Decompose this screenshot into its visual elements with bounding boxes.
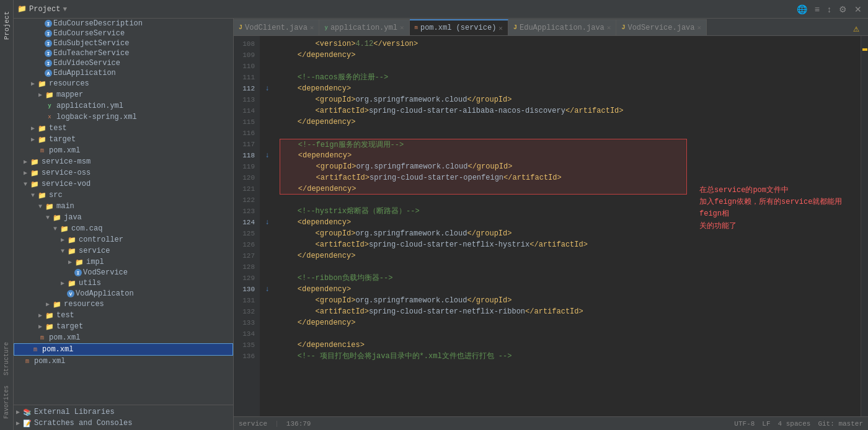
tree-item-src-vod[interactable]: ▼ 📁 src xyxy=(14,190,233,201)
tree-item-service-oss[interactable]: ▶ 📁 service-oss xyxy=(14,167,233,178)
tree-item-resources-vod[interactable]: ▶ 📁 resources xyxy=(14,299,233,310)
tree-item-main-vod[interactable]: ▼ 📁 main xyxy=(14,201,233,212)
tree-item-vod-applicaton[interactable]: V VodApplicaton xyxy=(14,289,233,299)
tab-close-pom-service[interactable]: ✕ xyxy=(498,24,503,32)
gutter-marker-124[interactable]: ↓ xyxy=(260,217,275,228)
encoding: UTF-8 xyxy=(734,420,755,428)
tree-item-edu-video-service[interactable]: I EduVideoService xyxy=(14,58,233,68)
code-line-119: <groupId>org.springframework.cloud</grou… xyxy=(280,161,687,172)
status-separator: | xyxy=(275,420,279,428)
tree-item-pom-vod[interactable]: m pom.xml xyxy=(14,332,233,343)
code-line-134 xyxy=(280,328,687,340)
line-num-114: 114 xyxy=(234,105,260,116)
toolbar-title: Project ▼ xyxy=(29,5,67,14)
error-stripe xyxy=(862,48,867,51)
code-line-125: <groupId>org.springframework.cloud</grou… xyxy=(280,228,687,239)
tree-item-mapper[interactable]: ▶ 📁 mapper xyxy=(14,89,233,100)
folder-icon: 📁 xyxy=(60,224,69,234)
tab-close-vodservice[interactable]: ✕ xyxy=(698,24,702,32)
tree-item-scratches[interactable]: ▶ 📝 Scratches and Consoles xyxy=(14,418,233,429)
folder-icon: 📁 xyxy=(52,299,62,309)
tree-item-logback[interactable]: x logback-spring.xml xyxy=(14,112,233,123)
gutter-marker-130[interactable]: ↓ xyxy=(260,284,275,295)
tree-item-service-pkg[interactable]: ▼ 📁 service xyxy=(14,245,233,257)
line-num-122: 122 xyxy=(234,195,260,206)
yaml-icon: y xyxy=(45,101,55,111)
gutter-marker-112[interactable]: ↓ xyxy=(260,83,275,94)
structure-tab[interactable]: Structure xyxy=(1,337,12,380)
tree-item-edu-course-service[interactable]: I EduCourseService xyxy=(14,29,233,38)
line-num-133: 133 xyxy=(234,317,260,328)
tree-arrow: ▼ xyxy=(43,214,52,221)
line-num-126: 126 xyxy=(234,239,260,250)
toolbar-close-btn[interactable]: ✕ xyxy=(852,4,864,15)
annotation-line3: 关的功能了 xyxy=(699,221,854,232)
editor-content[interactable]: 108 109 110 111 112 113 114 115 116 117 … xyxy=(234,36,861,416)
tree-item-impl-vod[interactable]: ▶ 📁 impl xyxy=(14,257,233,268)
tree-item-test-vod[interactable]: ▶ 📁 test xyxy=(14,310,233,321)
line-num-115: 115 xyxy=(234,116,260,128)
tab-close-eduapp[interactable]: ✕ xyxy=(607,24,611,32)
code-line-111: <!--nacos服务的注册--> xyxy=(280,72,687,83)
project-tab[interactable]: Project xyxy=(1,6,12,45)
tree-item-pom-root[interactable]: m pom.xml xyxy=(14,356,233,367)
code-line-115: </dependency> xyxy=(280,116,687,128)
tab-close-vodclient[interactable]: ✕ xyxy=(310,24,314,32)
tree-item-edu-application[interactable]: A EduApplication xyxy=(14,68,233,78)
toolbar-settings-btn[interactable]: ⚙ xyxy=(836,4,849,15)
tab-vodclient[interactable]: J VodClient.java ✕ xyxy=(234,19,319,35)
line-num-128: 128 xyxy=(234,261,260,273)
code-line-113: <groupId>org.springframework.cloud</grou… xyxy=(280,94,687,105)
line-num-119: 119 xyxy=(234,161,260,172)
tree-item-edu-teacher-service[interactable]: I EduTeacherService xyxy=(14,48,233,58)
tab-pom-service[interactable]: m pom.xml (service) ✕ xyxy=(410,19,508,35)
tree-item-resources[interactable]: ▶ 📁 resources xyxy=(14,78,233,89)
warning-icon[interactable]: ⚠ xyxy=(853,22,859,35)
toolbar-sort-btn[interactable]: ↕ xyxy=(825,4,834,15)
annotation-panel: 在总service的pom文件中 加入feign依赖，所有的service就都能… xyxy=(687,36,861,416)
code-line-131: <groupId>org.springframework.cloud</grou… xyxy=(280,295,687,306)
toolbar-list-btn[interactable]: ≡ xyxy=(812,4,822,15)
annotation-line1: 在总service的pom文件中 xyxy=(699,185,854,196)
tab-close-application[interactable]: ✕ xyxy=(400,24,404,32)
code-area[interactable]: <version>4.12</version> </dependency> < xyxy=(275,36,687,416)
tree-item-test[interactable]: ▶ 📁 test xyxy=(14,123,233,134)
tree-item-java-vod[interactable]: ▼ 📁 java xyxy=(14,212,233,223)
folder-icon: 📁 xyxy=(37,79,47,89)
tree-item-target-vod[interactable]: ▶ 📁 target xyxy=(14,321,233,332)
tree-item-utils-vod[interactable]: ▶ 📁 utils xyxy=(14,278,233,289)
java-icon: V xyxy=(67,290,74,297)
code-line-129: <!--ribbon负载均衡器--> xyxy=(280,273,687,284)
favorites-tab[interactable]: Favorites xyxy=(1,380,12,424)
tree-item-application-yml[interactable]: y application.yml xyxy=(14,100,233,112)
tree-item-edu-subject-service[interactable]: I EduSubjectService xyxy=(14,38,233,48)
tree-arrow: ▶ xyxy=(36,312,45,319)
line-num-109: 109 xyxy=(234,50,260,61)
tree-item-external-libraries[interactable]: ▶ 📚 External Libraries xyxy=(14,406,233,418)
tree-item-pom-service-selected[interactable]: m pom.xml xyxy=(14,343,233,356)
tree-arrow: ▶ xyxy=(21,158,30,165)
gutter-marker-118[interactable]: ↓ xyxy=(260,150,275,161)
pom-icon: m xyxy=(30,344,40,354)
tree-item-com-caq[interactable]: ▼ 📁 com.caq xyxy=(14,223,233,234)
toolbar: 📁 Project ▼ 🌐 ≡ ↕ ⚙ ✕ xyxy=(14,0,868,19)
tree-item-pom-edu[interactable]: m pom.xml xyxy=(14,145,233,156)
tab-eduapp[interactable]: J EduApplication.java ✕ xyxy=(508,19,616,35)
code-line-135: </dependencies> xyxy=(280,340,687,351)
tree-arrow: ▼ xyxy=(58,248,67,255)
toolbar-globe-btn[interactable]: 🌐 xyxy=(794,4,810,15)
tree-item-service-vod[interactable]: ▼ 📁 service-vod xyxy=(14,178,233,190)
code-line-123: <!--hystrix熔断器（断路器）--> xyxy=(280,206,687,217)
tab-application[interactable]: y application.yml ✕ xyxy=(319,19,409,35)
interface-icon: I xyxy=(74,269,82,276)
tree-item-vod-service[interactable]: I VodService xyxy=(14,268,233,278)
java-icon: I xyxy=(45,30,52,37)
folder-icon: 📁 xyxy=(52,213,62,222)
tree-item-edu-course-description[interactable]: I EduCourseDescription xyxy=(14,19,233,29)
tab-vodservice[interactable]: J VodService.java ✕ xyxy=(616,19,707,35)
tree-arrow: ▶ xyxy=(58,279,67,287)
code-line-136: <!-- 项目打包时会将java目录中的*.xml文件也进行打包 --> xyxy=(280,351,687,362)
tree-item-service-msm[interactable]: ▶ 📁 service-msm xyxy=(14,156,233,167)
tree-item-controller-vod[interactable]: ▶ 📁 controller xyxy=(14,234,233,245)
tree-item-target[interactable]: ▶ 📁 target xyxy=(14,134,233,145)
